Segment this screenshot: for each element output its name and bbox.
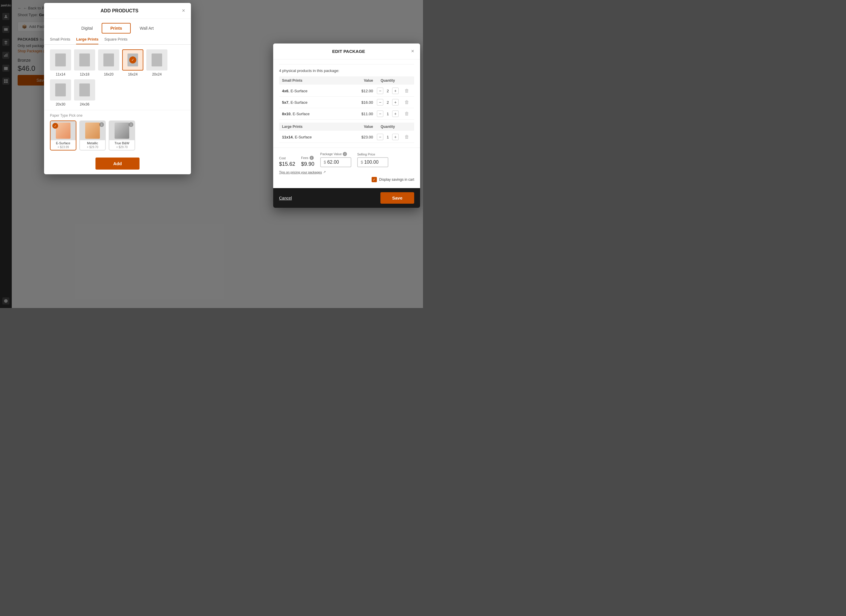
print-size-12x18[interactable]: 12x18 (74, 49, 95, 76)
tips-link-anchor[interactable]: Tips on pricing your packages (279, 171, 322, 174)
item-qty-4x6: − 2 + (373, 88, 402, 94)
item-value-4x6: $12.00 (350, 89, 373, 93)
tab-wall-art[interactable]: Wall Art (131, 23, 162, 34)
qty-decrement-11x14[interactable]: − (377, 134, 383, 140)
section-label-small-prints: Small Prints (282, 78, 350, 82)
add-products-close-button[interactable]: × (182, 7, 185, 14)
print-thumb-16x24: ✓ (122, 49, 143, 71)
print-size-24x36[interactable]: 24x36 (74, 79, 95, 106)
sub-tab-small-prints[interactable]: Small Prints (50, 37, 70, 44)
paper-option-metallic[interactable]: i Metallic + $29.70 (79, 121, 106, 150)
selling-price-label: Selling Price (357, 153, 388, 156)
qty-num-8x10: 1 (385, 112, 391, 116)
cancel-button[interactable]: Cancel (279, 196, 292, 200)
print-thumb-12x18 (74, 49, 95, 71)
delete-8x10[interactable]: 🗑 (404, 111, 409, 116)
info-icon-metallic: i (99, 122, 104, 127)
print-size-16x24[interactable]: ✓ 16x24 (122, 49, 143, 76)
paper-name-bw: True B&W (109, 140, 135, 146)
qty-decrement-4x6[interactable]: − (377, 88, 383, 94)
large-prints-section-header: Large Prints Value Quantity (279, 122, 414, 131)
package-value-input-box: $ (320, 157, 351, 167)
paper-type-section: Paper Type Pick one ✓ E-Surface + $23.99… (44, 110, 191, 154)
edit-package-body: 4 physical products in this package: Sma… (273, 59, 420, 147)
small-prints-section-header: Small Prints Value Quantity (279, 76, 414, 85)
print-thumb-20x24 (146, 49, 167, 71)
tab-digital[interactable]: Digital (73, 23, 101, 34)
add-products-header: ADD PRODUCTS × (44, 3, 191, 19)
item-value-8x10: $11.00 (350, 112, 373, 116)
item-value-11x14: $23.00 (350, 135, 373, 139)
print-label-24x36: 24x36 (80, 102, 90, 106)
table-row-8x10: 8x10, E-Surface $11.00 − 1 + 🗑 (279, 108, 414, 120)
cost-col: Cost $15.62 (279, 156, 295, 167)
item-value-5x7: $16.00 (350, 100, 373, 104)
package-value-currency: $ (324, 160, 326, 165)
add-button-row: Add (44, 154, 191, 174)
print-size-20x24[interactable]: 20x24 (146, 49, 167, 76)
package-value-info-icon: i (343, 152, 347, 156)
paper-name-metallic: Metallic (80, 140, 105, 146)
qty-increment-5x7[interactable]: + (392, 99, 399, 106)
delete-11x14[interactable]: 🗑 (404, 134, 409, 140)
selling-price-input-box: $ (357, 157, 388, 167)
qty-increment-11x14[interactable]: + (392, 134, 399, 140)
print-size-20x30[interactable]: 20x30 (50, 79, 71, 106)
item-qty-5x7: − 2 + (373, 99, 402, 106)
value-header-small: Value (350, 78, 373, 82)
selling-price-col: Selling Price $ (357, 153, 388, 167)
external-link-icon: ↗ (323, 170, 326, 174)
item-name-4x6: 4x6, E-Surface (282, 89, 350, 93)
edit-package-close-button[interactable]: × (411, 48, 414, 54)
package-value-input[interactable] (327, 160, 348, 165)
selling-price-input[interactable] (364, 160, 385, 165)
print-label-20x30: 20x30 (56, 102, 66, 106)
display-savings-row: ✓ Display savings in cart (279, 177, 414, 182)
paper-option-esurface[interactable]: ✓ E-Surface + $23.99 (50, 121, 76, 150)
print-label-12x18: 12x18 (80, 72, 90, 76)
qty-num-4x6: 2 (385, 89, 391, 93)
package-value-col: Package Value i $ (320, 152, 351, 167)
table-row-4x6: 4x6, E-Surface $12.00 − 2 + 🗑 (279, 85, 414, 97)
item-qty-8x10: − 1 + (373, 110, 402, 117)
edit-package-modal: EDIT PACKAGE × 4 physical products in th… (273, 44, 420, 208)
qty-increment-4x6[interactable]: + (392, 88, 399, 94)
package-value-label: Package Value i (320, 152, 351, 156)
sub-tab-large-prints[interactable]: Large Prints (76, 37, 98, 44)
edit-package-header: EDIT PACKAGE × (273, 44, 420, 59)
item-name-11x14: 11x14, E-Surface (282, 135, 350, 139)
qty-decrement-8x10[interactable]: − (377, 110, 383, 117)
selling-price-currency: $ (361, 160, 363, 165)
save-package-button[interactable]: Save (380, 192, 414, 204)
add-products-title: ADD PRODUCTS (57, 8, 182, 13)
selected-check-icon: ✓ (129, 56, 136, 63)
item-name-8x10: 8x10, E-Surface (282, 112, 350, 116)
paper-option-bw[interactable]: i True B&W + $29.70 (109, 121, 135, 150)
qty-decrement-5x7[interactable]: − (377, 99, 383, 106)
sub-tab-square-prints[interactable]: Square Prints (104, 37, 128, 44)
qty-increment-8x10[interactable]: + (392, 110, 399, 117)
pricing-row: Cost $15.62 Fees i $9.90 Package Value i… (279, 152, 414, 167)
paper-type-label: Paper Type Pick one (50, 113, 185, 118)
print-label-16x20: 16x20 (104, 72, 114, 76)
delete-5x7[interactable]: 🗑 (404, 100, 409, 105)
pricing-footer: Cost $15.62 Fees i $9.90 Package Value i… (273, 147, 420, 188)
paper-options: ✓ E-Surface + $23.99 i Metallic + $29.70… (50, 121, 185, 150)
paper-selected-check: ✓ (52, 123, 58, 129)
fees-label: Fees i (301, 156, 314, 160)
display-savings-label: Display savings in cart (379, 178, 414, 182)
delete-4x6[interactable]: 🗑 (404, 88, 409, 93)
print-size-16x20[interactable]: 16x20 (98, 49, 119, 76)
edit-package-footer: Cancel Save (273, 188, 420, 208)
item-name-5x7: 5x7, E-Surface (282, 100, 350, 104)
tab-prints[interactable]: Prints (101, 23, 131, 34)
print-label-20x24: 20x24 (152, 72, 162, 76)
item-qty-11x14: − 1 + (373, 134, 402, 140)
display-savings-checkbox[interactable]: ✓ (372, 177, 377, 182)
print-size-11x14[interactable]: 11x14 (50, 49, 71, 76)
paper-price-metallic: + $29.70 (80, 146, 105, 150)
qty-header-large: Quantity (373, 125, 402, 129)
add-button[interactable]: Add (95, 157, 139, 169)
qty-num-5x7: 2 (385, 100, 391, 104)
fees-col: Fees i $9.90 (301, 156, 314, 167)
